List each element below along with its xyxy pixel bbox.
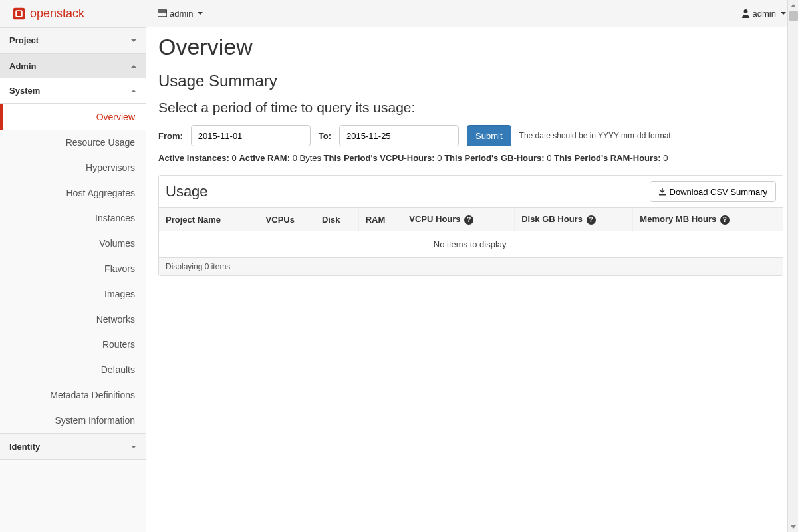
- usage-panel: Usage Download CSV Summary Project Name …: [158, 175, 783, 276]
- window-scrollbar[interactable]: [787, 0, 798, 532]
- stat-ram-hours-label: This Period's RAM-Hours:: [554, 153, 661, 163]
- sidebar-item-label: Networks: [96, 314, 135, 325]
- sidebar-item-label: Overview: [96, 112, 135, 122]
- stat-active-ram-label: Active RAM:: [239, 153, 290, 163]
- sidebar-item-label: System Information: [55, 415, 135, 426]
- user-label: admin: [753, 9, 776, 19]
- col-vcpus[interactable]: VCPUs: [259, 208, 315, 231]
- chevron-down-icon: [131, 39, 136, 42]
- usage-footer: Displaying 0 items: [159, 258, 783, 275]
- page-title: Overview: [158, 34, 783, 60]
- date-range-form: From: To: Submit The date should be in Y…: [158, 125, 783, 146]
- context-label: admin: [170, 9, 193, 19]
- user-icon: [741, 9, 750, 18]
- chevron-up-icon: [131, 65, 136, 68]
- sidebar-item-label: Images: [104, 289, 135, 299]
- to-label: To:: [319, 131, 331, 141]
- stat-active-instances-value: 0: [232, 153, 237, 163]
- chevron-down-icon: [131, 446, 136, 448]
- sidebar-item-host-aggregates[interactable]: Host Aggregates: [0, 180, 146, 205]
- col-disk-gb-hours[interactable]: Disk GB Hours ?: [515, 208, 633, 231]
- chevron-up-icon: [131, 90, 136, 92]
- main-content: Overview Usage Summary Select a period o…: [146, 27, 798, 532]
- stat-active-ram-value: 0 Bytes: [293, 153, 321, 163]
- help-icon[interactable]: ?: [464, 215, 473, 225]
- sidebar-item-resource-usage[interactable]: Resource Usage: [0, 130, 146, 155]
- col-ram[interactable]: RAM: [358, 208, 402, 231]
- col-project-name[interactable]: Project Name: [159, 208, 259, 231]
- col-disk[interactable]: Disk: [315, 208, 358, 231]
- table-empty-row: No items to display.: [159, 231, 783, 258]
- to-date-input[interactable]: [339, 125, 459, 146]
- table-empty-text: No items to display.: [159, 231, 783, 258]
- help-icon[interactable]: ?: [720, 215, 730, 225]
- sidebar-group-admin[interactable]: Admin: [0, 54, 146, 78]
- sidebar-item-overview[interactable]: Overview: [0, 104, 146, 130]
- stat-vcpu-hours-value: 0: [437, 153, 442, 163]
- stat-ram-hours-value: 0: [663, 153, 668, 163]
- sidebar-subgroup-system[interactable]: System: [0, 78, 146, 104]
- col-memory-mb-hours[interactable]: Memory MB Hours ?: [633, 208, 783, 231]
- sidebar-subgroup-label: System: [9, 86, 40, 96]
- sidebar-item-system-information[interactable]: System Information: [0, 408, 146, 433]
- svg-rect-2: [17, 11, 21, 16]
- sidebar-item-label: Volumes: [99, 238, 135, 249]
- topbar: openstack admin admin: [0, 0, 798, 27]
- stat-active-instances-label: Active Instances:: [158, 153, 229, 163]
- usage-stats-line: Active Instances: 0 Active RAM: 0 Bytes …: [158, 153, 783, 163]
- sidebar-item-label: Hypervisors: [86, 162, 135, 173]
- sidebar-item-metadata-definitions[interactable]: Metadata Definitions: [0, 382, 146, 408]
- date-format-hint: The date should be in YYYY-mm-dd format.: [519, 131, 673, 140]
- caret-down-icon: [198, 12, 203, 15]
- sidebar-item-label: Metadata Definitions: [50, 390, 135, 400]
- sidebar-item-volumes[interactable]: Volumes: [0, 231, 146, 256]
- sidebar-item-label: Defaults: [101, 364, 135, 375]
- sidebar-item-label: Host Aggregates: [66, 188, 135, 198]
- scroll-thumb[interactable]: [789, 11, 798, 21]
- sidebar-item-label: Routers: [102, 339, 135, 350]
- scroll-down-icon[interactable]: [788, 521, 798, 532]
- sidebar-group-label: Project: [9, 35, 39, 45]
- brand-text: openstack: [30, 7, 84, 21]
- download-csv-button[interactable]: Download CSV Summary: [650, 181, 776, 202]
- sidebar-item-label: Flavors: [104, 263, 135, 274]
- sidebar-item-flavors[interactable]: Flavors: [0, 256, 146, 281]
- svg-rect-3: [158, 10, 167, 17]
- sidebar-group-label: Admin: [9, 61, 36, 71]
- sidebar-group-identity[interactable]: Identity: [0, 434, 146, 459]
- sidebar-item-label: Resource Usage: [66, 137, 135, 148]
- help-icon[interactable]: ?: [587, 215, 596, 225]
- usage-panel-header: Usage Download CSV Summary: [159, 176, 783, 208]
- stat-gb-hours-value: 0: [547, 153, 551, 163]
- project-icon: [158, 9, 167, 17]
- col-disk-gb-hours-label: Disk GB Hours: [521, 214, 583, 224]
- caret-down-icon: [781, 12, 786, 15]
- usage-title: Usage: [166, 183, 208, 200]
- sidebar-item-hypervisors[interactable]: Hypervisors: [0, 155, 146, 180]
- openstack-logo-icon: [12, 7, 26, 21]
- sidebar-group-project[interactable]: Project: [0, 28, 146, 53]
- period-prompt: Select a period of time to query its usa…: [158, 100, 783, 116]
- from-date-input[interactable]: [191, 125, 311, 146]
- project-context-dropdown[interactable]: admin: [158, 9, 203, 19]
- system-nav-list: Overview Resource Usage Hypervisors Host…: [0, 104, 146, 433]
- sidebar-item-networks[interactable]: Networks: [0, 307, 146, 332]
- scroll-up-icon[interactable]: [788, 0, 798, 11]
- submit-button[interactable]: Submit: [467, 125, 511, 146]
- sidebar-group-label: Identity: [9, 442, 40, 452]
- sidebar-item-instances[interactable]: Instances: [0, 205, 146, 231]
- sidebar-item-routers[interactable]: Routers: [0, 332, 146, 357]
- user-dropdown[interactable]: admin: [741, 9, 786, 19]
- download-icon: [658, 188, 666, 196]
- sidebar-item-label: Instances: [95, 213, 135, 223]
- col-vcpu-hours[interactable]: VCPU Hours ?: [402, 208, 515, 231]
- col-memory-mb-hours-label: Memory MB Hours: [640, 214, 716, 224]
- brand[interactable]: openstack: [12, 7, 84, 21]
- section-usage-summary-title: Usage Summary: [158, 72, 783, 90]
- from-label: From:: [158, 131, 183, 141]
- sidebar-item-defaults[interactable]: Defaults: [0, 357, 146, 382]
- sidebar-item-images[interactable]: Images: [0, 281, 146, 307]
- col-vcpu-hours-label: VCPU Hours: [409, 214, 460, 224]
- usage-table: Project Name VCPUs Disk RAM VCPU Hours ?…: [159, 208, 783, 258]
- stat-gb-hours-label: This Period's GB-Hours:: [444, 153, 544, 163]
